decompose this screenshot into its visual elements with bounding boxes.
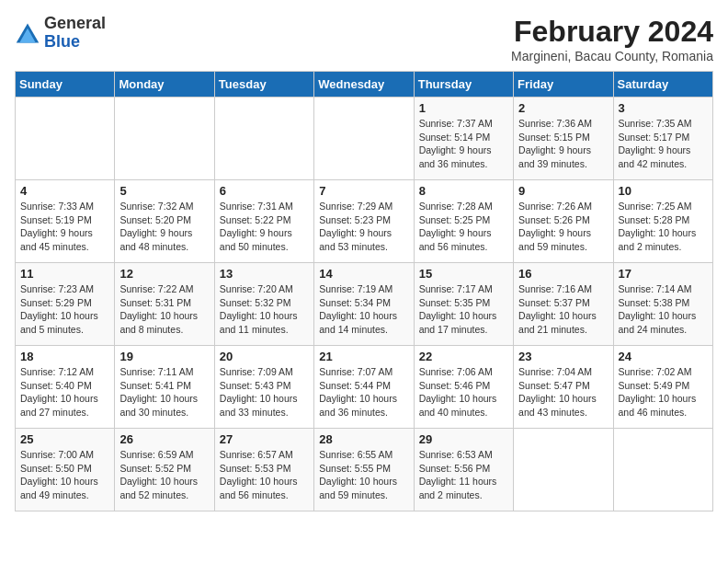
- day-number: 26: [119, 432, 209, 446]
- day-number: 28: [319, 432, 408, 446]
- day-number: 20: [220, 350, 309, 363]
- day-info: Sunrise: 7:04 AM Sunset: 5:47 PM Dayligh…: [518, 365, 608, 419]
- calendar-body: 1Sunrise: 7:37 AM Sunset: 5:14 PM Daylig…: [16, 98, 713, 511]
- calendar-cell: 2Sunrise: 7:36 AM Sunset: 5:15 PM Daylig…: [514, 98, 613, 180]
- day-info: Sunrise: 7:28 AM Sunset: 5:25 PM Dayligh…: [419, 200, 508, 254]
- calendar-cell: 26Sunrise: 6:59 AM Sunset: 5:52 PM Dayli…: [115, 429, 214, 511]
- weekday-row: SundayMondayTuesdayWednesdayThursdayFrid…: [16, 72, 713, 98]
- day-info: Sunrise: 7:22 AM Sunset: 5:31 PM Dayligh…: [119, 282, 209, 337]
- day-number: 3: [619, 101, 708, 115]
- day-info: Sunrise: 6:59 AM Sunset: 5:52 PM Dayligh…: [119, 448, 209, 502]
- calendar-cell: 3Sunrise: 7:35 AM Sunset: 5:17 PM Daylig…: [613, 98, 712, 180]
- calendar-cell: 4Sunrise: 7:33 AM Sunset: 5:19 PM Daylig…: [16, 180, 115, 263]
- day-number: 16: [518, 267, 608, 281]
- day-info: Sunrise: 7:26 AM Sunset: 5:26 PM Dayligh…: [518, 200, 608, 254]
- day-info: Sunrise: 7:16 AM Sunset: 5:37 PM Dayligh…: [518, 282, 608, 337]
- day-info: Sunrise: 7:31 AM Sunset: 5:22 PM Dayligh…: [220, 200, 309, 254]
- calendar-cell: 13Sunrise: 7:20 AM Sunset: 5:32 PM Dayli…: [214, 263, 313, 346]
- calendar-cell: 9Sunrise: 7:26 AM Sunset: 5:26 PM Daylig…: [514, 180, 613, 263]
- day-number: 4: [20, 184, 109, 198]
- day-info: Sunrise: 7:12 AM Sunset: 5:40 PM Dayligh…: [20, 365, 109, 419]
- day-number: 7: [319, 184, 408, 198]
- day-info: Sunrise: 7:32 AM Sunset: 5:20 PM Dayligh…: [119, 200, 209, 254]
- week-row-3: 11Sunrise: 7:23 AM Sunset: 5:29 PM Dayli…: [16, 263, 713, 346]
- calendar-cell: 18Sunrise: 7:12 AM Sunset: 5:40 PM Dayli…: [16, 346, 115, 429]
- weekday-header-saturday: Saturday: [613, 72, 712, 98]
- day-number: 11: [20, 267, 109, 281]
- calendar-cell: [314, 98, 414, 180]
- logo: General Blue: [15, 15, 106, 52]
- calendar-cell: 20Sunrise: 7:09 AM Sunset: 5:43 PM Dayli…: [214, 346, 313, 429]
- day-info: Sunrise: 7:02 AM Sunset: 5:49 PM Dayligh…: [619, 365, 708, 419]
- logo-icon: [15, 20, 40, 46]
- calendar-cell: 10Sunrise: 7:25 AM Sunset: 5:28 PM Dayli…: [613, 180, 712, 263]
- calendar-cell: 29Sunrise: 6:53 AM Sunset: 5:56 PM Dayli…: [414, 429, 513, 511]
- calendar-cell: 8Sunrise: 7:28 AM Sunset: 5:25 PM Daylig…: [414, 180, 513, 263]
- page-header: General Blue February 2024 Margineni, Ba…: [15, 15, 713, 63]
- calendar-cell: 16Sunrise: 7:16 AM Sunset: 5:37 PM Dayli…: [514, 263, 613, 346]
- day-number: 13: [220, 267, 309, 281]
- calendar-cell: 17Sunrise: 7:14 AM Sunset: 5:38 PM Dayli…: [613, 263, 712, 346]
- title-block: February 2024 Margineni, Bacau County, R…: [511, 15, 713, 63]
- day-info: Sunrise: 7:06 AM Sunset: 5:46 PM Dayligh…: [419, 365, 508, 419]
- day-number: 18: [20, 350, 109, 363]
- weekday-header-wednesday: Wednesday: [314, 72, 414, 98]
- calendar-cell: 21Sunrise: 7:07 AM Sunset: 5:44 PM Dayli…: [314, 346, 414, 429]
- day-info: Sunrise: 6:55 AM Sunset: 5:55 PM Dayligh…: [319, 448, 408, 502]
- logo-text: General Blue: [44, 15, 106, 52]
- day-number: 21: [319, 350, 408, 363]
- day-number: 14: [319, 267, 408, 281]
- calendar-cell: 22Sunrise: 7:06 AM Sunset: 5:46 PM Dayli…: [414, 346, 513, 429]
- day-number: 2: [518, 101, 608, 115]
- calendar-cell: 28Sunrise: 6:55 AM Sunset: 5:55 PM Dayli…: [314, 429, 414, 511]
- day-number: 23: [518, 350, 608, 363]
- day-number: 5: [119, 184, 209, 198]
- calendar-cell: 24Sunrise: 7:02 AM Sunset: 5:49 PM Dayli…: [613, 346, 712, 429]
- weekday-header-monday: Monday: [115, 72, 214, 98]
- calendar-table: SundayMondayTuesdayWednesdayThursdayFrid…: [15, 71, 713, 511]
- calendar-cell: 25Sunrise: 7:00 AM Sunset: 5:50 PM Dayli…: [16, 429, 115, 511]
- day-number: 1: [419, 101, 508, 115]
- day-number: 15: [419, 267, 508, 281]
- week-row-1: 1Sunrise: 7:37 AM Sunset: 5:14 PM Daylig…: [16, 98, 713, 180]
- day-info: Sunrise: 7:17 AM Sunset: 5:35 PM Dayligh…: [419, 282, 508, 337]
- calendar-cell: [514, 429, 613, 511]
- week-row-4: 18Sunrise: 7:12 AM Sunset: 5:40 PM Dayli…: [16, 346, 713, 429]
- weekday-header-tuesday: Tuesday: [214, 72, 313, 98]
- day-number: 9: [518, 184, 608, 198]
- calendar-cell: [613, 429, 712, 511]
- day-number: 8: [419, 184, 508, 198]
- calendar-cell: 12Sunrise: 7:22 AM Sunset: 5:31 PM Dayli…: [115, 263, 214, 346]
- day-number: 22: [419, 350, 508, 363]
- calendar-cell: 19Sunrise: 7:11 AM Sunset: 5:41 PM Dayli…: [115, 346, 214, 429]
- calendar-cell: [16, 98, 115, 180]
- calendar-cell: 14Sunrise: 7:19 AM Sunset: 5:34 PM Dayli…: [314, 263, 414, 346]
- calendar-cell: [214, 98, 313, 180]
- day-info: Sunrise: 7:37 AM Sunset: 5:14 PM Dayligh…: [419, 117, 508, 171]
- day-info: Sunrise: 7:07 AM Sunset: 5:44 PM Dayligh…: [319, 365, 408, 419]
- calendar-cell: 5Sunrise: 7:32 AM Sunset: 5:20 PM Daylig…: [115, 180, 214, 263]
- day-number: 24: [619, 350, 708, 363]
- day-info: Sunrise: 7:33 AM Sunset: 5:19 PM Dayligh…: [20, 200, 109, 254]
- calendar-cell: 27Sunrise: 6:57 AM Sunset: 5:53 PM Dayli…: [214, 429, 313, 511]
- calendar-cell: 7Sunrise: 7:29 AM Sunset: 5:23 PM Daylig…: [314, 180, 414, 263]
- day-info: Sunrise: 7:25 AM Sunset: 5:28 PM Dayligh…: [619, 200, 708, 254]
- day-info: Sunrise: 7:14 AM Sunset: 5:38 PM Dayligh…: [619, 282, 708, 337]
- day-info: Sunrise: 7:29 AM Sunset: 5:23 PM Dayligh…: [319, 200, 408, 254]
- weekday-header-friday: Friday: [514, 72, 613, 98]
- calendar-cell: 23Sunrise: 7:04 AM Sunset: 5:47 PM Dayli…: [514, 346, 613, 429]
- day-info: Sunrise: 7:09 AM Sunset: 5:43 PM Dayligh…: [220, 365, 309, 419]
- location-subtitle: Margineni, Bacau County, Romania: [511, 49, 713, 63]
- day-info: Sunrise: 7:36 AM Sunset: 5:15 PM Dayligh…: [518, 117, 608, 171]
- day-info: Sunrise: 7:20 AM Sunset: 5:32 PM Dayligh…: [220, 282, 309, 337]
- day-info: Sunrise: 7:23 AM Sunset: 5:29 PM Dayligh…: [20, 282, 109, 337]
- day-number: 10: [619, 184, 708, 198]
- calendar-cell: 1Sunrise: 7:37 AM Sunset: 5:14 PM Daylig…: [414, 98, 513, 180]
- day-number: 19: [119, 350, 209, 363]
- day-number: 29: [419, 432, 508, 446]
- week-row-5: 25Sunrise: 7:00 AM Sunset: 5:50 PM Dayli…: [16, 429, 713, 511]
- calendar-header: SundayMondayTuesdayWednesdayThursdayFrid…: [16, 72, 713, 98]
- day-number: 27: [220, 432, 309, 446]
- day-info: Sunrise: 6:57 AM Sunset: 5:53 PM Dayligh…: [220, 448, 309, 502]
- day-number: 6: [220, 184, 309, 198]
